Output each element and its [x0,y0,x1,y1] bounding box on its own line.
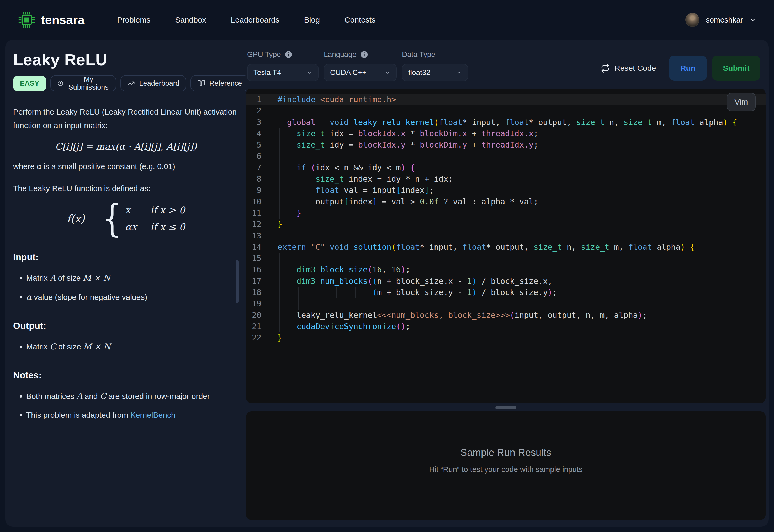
reset-code-button[interactable]: Reset Code [601,56,656,81]
action-label: My Submissions [68,75,109,91]
kernelbench-link[interactable]: KernelBench [130,411,175,419]
control-group-language: LanguageCUDA C++ [324,50,397,81]
data-type-select[interactable]: float32 [402,64,468,81]
code-line-16: 16 dim3 block_size(16, 16); [246,264,766,275]
select-value: CUDA C++ [330,68,367,77]
code-text: cudaDeviceSynchronize(); [278,321,410,332]
workspace: GPU TypeTesla T4LanguageCUDA C++Data Typ… [246,40,769,527]
math-symbol: C [50,342,56,351]
chevron-down-icon [749,17,756,23]
main-card: Leaky ReLU EASY My SubmissionsLeaderboar… [5,40,769,527]
page-title: Leaky ReLU [13,50,238,69]
list-item: Both matrices A and C are stored in row-… [26,389,239,403]
list-item: Matrix C of size M × N [26,339,239,354]
code-text: if (idx < n && idy < m) { [278,162,415,173]
reference-button[interactable]: Reference [190,75,246,91]
line-number: 6 [246,150,261,162]
section-list: Matrix A of size M × Nα value (slope for… [13,271,239,304]
line-number: 16 [246,264,261,275]
avatar [685,13,700,27]
panel-resize-handle[interactable] [495,406,516,409]
code-line-21: 21 cudaDeviceSynchronize(); [246,321,766,332]
trending-up-icon [127,79,135,87]
piecewise-cases: xif x > 0αxif x ≤ 0 [125,204,185,233]
code-line-17: 17 dim3 num_blocks((n + block_size.x - 1… [246,275,766,287]
code-line-22: 22} [246,332,766,343]
math-symbol: α [26,292,32,302]
reset-icon [601,64,610,73]
line-number: 9 [246,184,261,196]
section-list: Both matrices A and C are stored in row-… [13,389,239,422]
scrollbar-thumb[interactable] [236,260,239,303]
line-number: 13 [246,230,261,241]
sample-run-results-panel: Sample Run Results Hit “Run” to test you… [246,411,766,520]
line-number: 14 [246,241,261,253]
code-line-8: 8 size_t index = idy * n + idx; [246,173,766,184]
intro-text: Perform the Leaky ReLU (Leaky Rectified … [13,105,239,132]
leaderboard-button[interactable]: Leaderboard [120,75,186,91]
my-submissions-button[interactable]: My Submissions [50,75,116,91]
section-heading: Input: [13,250,239,264]
code-line-18: 18 (m + block_size.y - 1) / block_size.y… [246,287,766,298]
nav-link-contests[interactable]: Contests [345,15,375,24]
code-editor[interactable]: 1#include <cuda_runtime.h>23__global__ v… [246,89,766,403]
line-number: 7 [246,162,261,173]
code-lines: 1#include <cuda_runtime.h>23__global__ v… [246,94,766,344]
code-line-11: 11 } [246,207,766,219]
math-symbol: M × N [83,273,110,283]
page: tensara ProblemsSandboxLeaderboardsBlogC… [0,0,774,532]
section-heading: Notes: [13,368,239,382]
code-text: dim3 block_size(16, 16); [278,264,410,275]
control-label: Data Type [402,50,468,59]
code-text: __global__ void leaky_relu_kernel(float*… [278,117,737,128]
nav-link-problems[interactable]: Problems [117,15,150,24]
nav-link-leaderboards[interactable]: Leaderboards [231,15,280,24]
piecewise-case: αxif x ≤ 0 [125,221,185,233]
line-number: 20 [246,310,261,321]
code-text: dim3 num_blocks((n + block_size.x - 1) /… [278,275,552,287]
nav-link-blog[interactable]: Blog [304,15,320,24]
problem-description: Perform the Leaky ReLU (Leaky Rectified … [13,105,239,422]
line-number: 3 [246,117,261,128]
code-line-3: 3__global__ void leaky_relu_kernel(float… [246,117,766,128]
chevron-down-icon [385,70,390,75]
code-line-20: 20 leaky_relu_kernel<<<num_blocks, block… [246,310,766,321]
info-icon[interactable] [360,51,368,58]
submit-button[interactable]: Submit [712,56,760,81]
code-line-4: 4 size_t idx = blockIdx.x * blockDim.x +… [246,128,766,139]
problem-panel: Leaky ReLU EASY My SubmissionsLeaderboar… [5,40,246,527]
code-line-12: 12} [246,219,766,230]
brand[interactable]: tensara [18,11,84,29]
code-line-7: 7 if (idx < n && idy < m) { [246,162,766,173]
gpu-type-select[interactable]: Tesla T4 [247,64,319,81]
results-title: Sample Run Results [246,447,766,458]
math-symbol: C [100,391,106,401]
code-line-9: 9 float val = input[index]; [246,184,766,196]
line-number: 19 [246,298,261,309]
code-line-1: 1#include <cuda_runtime.h> [246,94,766,105]
run-button[interactable]: Run [669,56,707,81]
line-number: 8 [246,173,261,184]
line-number: 11 [246,207,261,219]
line-number: 21 [246,321,261,332]
chevron-down-icon [456,70,462,75]
line-number: 12 [246,219,261,230]
nav-link-sandbox[interactable]: Sandbox [175,15,206,24]
line-number: 22 [246,332,261,343]
user-menu[interactable]: someshkar [685,13,756,27]
code-text: size_t index = idy * n + idx; [278,173,453,184]
action-label: Reference [210,79,242,88]
info-icon[interactable] [285,51,293,58]
code-line-15: 15 [246,253,766,264]
results-hint: Hit “Run” to test your code with sample … [246,465,766,474]
vim-mode-button[interactable]: Vim [727,93,756,111]
math-symbol: A [77,391,82,401]
line-number: 1 [246,94,261,105]
section-list: Matrix C of size M × N [13,339,239,354]
code-line-2: 2 [246,105,766,116]
code-text: extern "C" void solution(float* input, f… [278,241,695,253]
language-select[interactable]: CUDA C++ [324,64,397,81]
piecewise-lhs: f(x) = [67,212,97,225]
code-text: #include <cuda_runtime.h> [278,94,396,105]
book-icon [197,79,205,87]
